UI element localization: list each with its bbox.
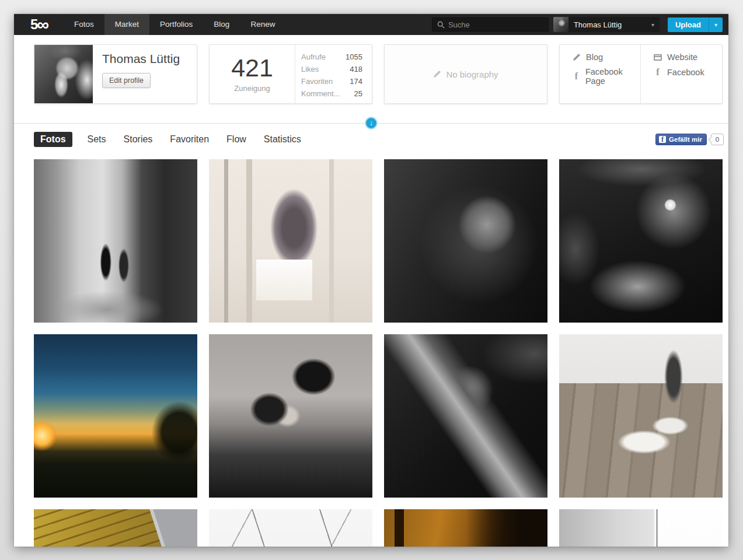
- profile-header: Thomas Lüttig Edit profile 421 Zuneigung…: [34, 44, 728, 104]
- browser-page: 5∞ Fotos Market Portfolios Blog Renew Th…: [14, 14, 728, 547]
- nav-item-market[interactable]: Market: [104, 14, 149, 35]
- top-navbar: 5∞ Fotos Market Portfolios Blog Renew Th…: [14, 14, 728, 35]
- website-icon: [654, 54, 662, 61]
- logo-infinity: ∞: [37, 16, 48, 33]
- add-biography[interactable]: No biography: [433, 69, 498, 79]
- photo-street-couple[interactable]: [34, 159, 197, 323]
- link-label: Website: [667, 52, 697, 62]
- photo-couple-kissing[interactable]: [209, 334, 372, 498]
- stats-card: 421 Zuneigung Aufrufe 1055 Likes 418 Fav…: [209, 44, 372, 104]
- links-column-2: Website f Facebook: [641, 45, 722, 103]
- link-label: Facebook: [667, 68, 704, 77]
- stat-value: 174: [350, 77, 362, 86]
- link-blog[interactable]: Blog: [573, 52, 640, 62]
- tab-fotos[interactable]: Fotos: [34, 132, 72, 147]
- header-divider: ↓: [14, 123, 728, 124]
- photo-dark-portrait[interactable]: [384, 159, 547, 323]
- tab-statistics[interactable]: Statistics: [264, 134, 301, 145]
- search-input[interactable]: [448, 20, 543, 29]
- link-facebook-page[interactable]: f Facebook Page: [573, 67, 640, 86]
- stat-label: Likes: [301, 65, 319, 74]
- links-card: Blog f Facebook Page Website f Facebook: [559, 44, 723, 104]
- down-arrow-icon: ↓: [369, 119, 373, 127]
- link-facebook[interactable]: f Facebook: [654, 67, 722, 78]
- links-column-1: Blog f Facebook Page: [560, 45, 641, 103]
- nav-item-fotos[interactable]: Fotos: [64, 14, 104, 35]
- stat-row-kommentare: Komment... 25: [301, 89, 362, 98]
- nav-item-renew[interactable]: Renew: [240, 14, 285, 35]
- photo-winter-couple[interactable]: [209, 509, 372, 547]
- user-menu[interactable]: Thomas Lüttig ▾: [553, 17, 660, 32]
- photo-grid: [34, 159, 723, 547]
- stat-label: Komment...: [301, 89, 340, 98]
- photo-sunset[interactable]: [34, 334, 197, 498]
- stat-value: 1055: [346, 52, 362, 61]
- expand-header-button[interactable]: ↓: [365, 117, 378, 130]
- biography-card: No biography: [384, 44, 547, 104]
- photo-white-door[interactable]: [559, 509, 723, 547]
- link-website[interactable]: Website: [654, 52, 722, 62]
- chevron-down-icon: ▾: [651, 22, 654, 28]
- search-icon: [437, 21, 445, 29]
- tab-flow[interactable]: Flow: [226, 134, 246, 145]
- user-avatar-small: [553, 17, 568, 32]
- stat-label: Favoriten: [301, 77, 333, 86]
- photo-guitar[interactable]: [384, 334, 547, 498]
- upload-button[interactable]: Upload ▾: [668, 18, 723, 32]
- facebook-icon: f: [659, 136, 666, 143]
- like-count-badge: 0: [711, 134, 724, 145]
- stat-value: 418: [350, 65, 362, 74]
- photo-amber-window[interactable]: [384, 509, 547, 547]
- facebook-icon: f: [573, 71, 580, 82]
- facebook-like-button[interactable]: f Gefällt mir: [655, 134, 707, 145]
- nav-item-portfolios[interactable]: Portfolios: [149, 14, 203, 35]
- profile-tabs: Fotos Sets Stories Favoriten Flow Statis…: [34, 131, 724, 148]
- profile-name: Thomas Lüttig: [102, 52, 180, 66]
- affection-block: 421 Zuneigung: [210, 45, 295, 103]
- no-biography-text: No biography: [446, 69, 498, 79]
- upload-label: Upload: [668, 18, 709, 32]
- photo-high-heels[interactable]: [559, 334, 723, 498]
- link-label: Facebook Page: [585, 67, 640, 86]
- tab-sets[interactable]: Sets: [88, 134, 106, 145]
- stat-row-favoriten: Favoriten 174: [301, 77, 362, 86]
- 500px-logo[interactable]: 5∞: [30, 14, 48, 35]
- profile-card: Thomas Lüttig Edit profile: [34, 44, 197, 104]
- tab-favoriten[interactable]: Favoriten: [170, 134, 209, 145]
- tab-stories[interactable]: Stories: [124, 134, 153, 145]
- stat-row-aufrufe: Aufrufe 1055: [301, 52, 362, 61]
- user-name: Thomas Lüttig: [574, 20, 651, 29]
- edit-profile-button[interactable]: Edit profile: [102, 73, 151, 88]
- pencil-icon: [433, 70, 441, 78]
- affection-label: Zuneigung: [234, 84, 270, 93]
- stat-value: 25: [354, 89, 362, 98]
- photo-band-room[interactable]: [559, 159, 723, 323]
- stats-list: Aufrufe 1055 Likes 418 Favoriten 174 Kom…: [295, 45, 372, 103]
- stat-label: Aufrufe: [301, 52, 326, 61]
- affection-value: 421: [231, 55, 273, 80]
- facebook-like-widget: f Gefällt mir 0: [655, 134, 724, 145]
- search-box[interactable]: [432, 18, 549, 32]
- link-label: Blog: [586, 52, 603, 62]
- profile-avatar[interactable]: [34, 45, 93, 103]
- nav-item-blog[interactable]: Blog: [203, 14, 240, 35]
- upload-caret-icon[interactable]: ▾: [709, 18, 723, 32]
- pencil-icon: [573, 53, 581, 61]
- facebook-icon: f: [654, 67, 662, 78]
- photo-stolperstein[interactable]: [34, 509, 197, 547]
- photo-window-kiss[interactable]: [209, 159, 372, 323]
- stat-row-likes: Likes 418: [301, 65, 362, 74]
- like-label: Gefällt mir: [669, 136, 702, 143]
